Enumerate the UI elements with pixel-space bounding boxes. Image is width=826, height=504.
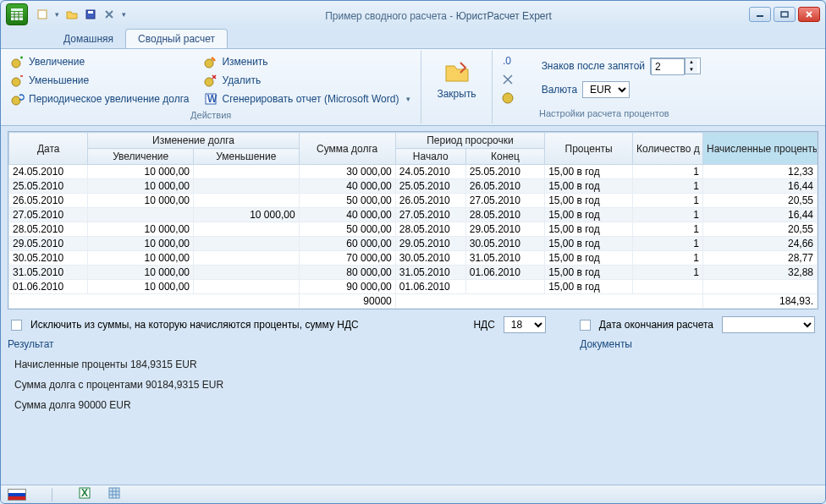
cell[interactable]: 27.05.2010 (395, 208, 465, 222)
col-interest[interactable]: Проценты (545, 133, 633, 165)
cell[interactable]: 16,44 (703, 208, 818, 222)
cell[interactable]: 15,00 в год (545, 222, 633, 237)
cell[interactable] (193, 179, 299, 194)
table-row[interactable]: 26.05.201010 000,0050 000,0026.05.201027… (9, 194, 818, 208)
spin-down-icon[interactable]: ▼ (686, 66, 697, 74)
cell[interactable] (193, 194, 299, 208)
close-doc-button[interactable]: Закрыть (430, 54, 482, 103)
cell[interactable] (465, 280, 544, 294)
cell[interactable]: 10 000,00 (88, 179, 194, 194)
cell[interactable]: 15,00 в год (545, 266, 633, 280)
cell[interactable]: 10 000,00 (88, 165, 194, 179)
flag-russia-icon[interactable] (8, 489, 26, 501)
cell[interactable]: 26.05.2010 (9, 194, 88, 208)
maximize-button[interactable] (774, 7, 796, 22)
end-date-checkbox[interactable] (580, 320, 591, 331)
increase-button[interactable]: Увеличение (9, 54, 190, 69)
cell[interactable]: 28.05.2010 (465, 208, 544, 222)
col-increase[interactable]: Увеличение (88, 149, 194, 165)
delete-button[interactable]: Удалить (202, 73, 412, 88)
cell[interactable]: 15,00 в год (545, 237, 633, 251)
excel-icon[interactable]: X (78, 486, 91, 502)
col-days[interactable]: Количество д (632, 133, 702, 165)
cell[interactable]: 1 (632, 222, 702, 237)
cell[interactable]: 15,00 в год (545, 280, 633, 294)
app-icon[interactable] (6, 3, 28, 25)
end-date-select[interactable] (722, 316, 815, 333)
cell[interactable]: 10 000,00 (88, 237, 194, 251)
cell[interactable]: 26.05.2010 (395, 194, 465, 208)
cell[interactable] (193, 280, 299, 294)
cell[interactable]: 27.05.2010 (9, 208, 88, 222)
qat-dropdown2-icon[interactable]: ▾ (120, 10, 128, 19)
decimals-input[interactable] (651, 58, 685, 75)
decimals-spinner[interactable]: ▲▼ (650, 58, 701, 74)
decrease-button[interactable]: Уменьшение (9, 73, 190, 88)
cell[interactable]: 01.06.2010 (465, 266, 544, 280)
cell[interactable]: 27.05.2010 (465, 194, 544, 208)
table-row[interactable]: 01.06.201010 000,0090 000,0001.06.201015… (9, 280, 818, 294)
cell[interactable]: 10 000,00 (88, 280, 194, 294)
cell[interactable]: 50 000,00 (299, 222, 395, 237)
cell[interactable]: 26.05.2010 (465, 179, 544, 194)
cell[interactable]: 1 (632, 251, 702, 266)
vat-select[interactable]: 18 (504, 316, 546, 333)
cell[interactable]: 10 000,00 (88, 222, 194, 237)
table-row[interactable]: 28.05.201010 000,0050 000,0028.05.201029… (9, 222, 818, 237)
data-grid[interactable]: Дата Изменение долга Сумма долга Период … (8, 131, 818, 310)
currency-select[interactable]: EUR (582, 81, 630, 98)
cell[interactable]: 90 000,00 (299, 280, 395, 294)
cell[interactable]: 15,00 в год (545, 194, 633, 208)
minimize-button[interactable] (749, 7, 771, 22)
cell[interactable]: 10 000,00 (88, 266, 194, 280)
cell[interactable]: 31.05.2010 (465, 251, 544, 266)
cell[interactable]: 28.05.2010 (9, 222, 88, 237)
grid-icon[interactable] (108, 487, 120, 501)
cell[interactable]: 31.05.2010 (395, 266, 465, 280)
cell[interactable]: 80 000,00 (299, 266, 395, 280)
col-accrued[interactable]: Начисленные проценты (703, 133, 818, 165)
cell[interactable]: 24,66 (703, 237, 818, 251)
cell[interactable]: 20,55 (703, 222, 818, 237)
table-row[interactable]: 24.05.201010 000,0030 000,0024.05.201025… (9, 165, 818, 179)
generate-report-button[interactable]: WСгенерировать отчет (Microsoft Word)▾ (202, 91, 412, 107)
col-date[interactable]: Дата (9, 133, 88, 165)
tools-icon[interactable] (102, 7, 117, 22)
cell[interactable]: 01.06.2010 (395, 280, 465, 294)
cell[interactable]: 50 000,00 (299, 194, 395, 208)
cell[interactable]: 1 (632, 237, 702, 251)
col-end[interactable]: Конец (465, 149, 544, 165)
cell[interactable]: 30.05.2010 (9, 251, 88, 266)
cell[interactable]: 1 (632, 179, 702, 194)
cell[interactable] (193, 237, 299, 251)
cell[interactable]: 10 000,00 (88, 194, 194, 208)
col-start[interactable]: Начало (395, 149, 465, 165)
table-row[interactable]: 29.05.201010 000,0060 000,0029.05.201030… (9, 237, 818, 251)
cell[interactable] (88, 208, 194, 222)
cell[interactable] (193, 251, 299, 266)
save-icon[interactable] (83, 7, 98, 22)
qat-dropdown-icon[interactable]: ▾ (53, 10, 61, 19)
cell[interactable]: 01.06.2010 (9, 280, 88, 294)
cell[interactable]: 30.05.2010 (395, 251, 465, 266)
cell[interactable]: 28,77 (703, 251, 818, 266)
cell[interactable]: 24.05.2010 (9, 165, 88, 179)
close-button[interactable] (798, 7, 820, 22)
cell[interactable]: 25.05.2010 (395, 179, 465, 194)
cell[interactable]: 24.05.2010 (395, 165, 465, 179)
table-row[interactable]: 25.05.201010 000,0040 000,0025.05.201026… (9, 179, 818, 194)
tab-summary[interactable]: Сводный расчет (125, 29, 228, 48)
tab-home[interactable]: Домашняя (52, 30, 125, 48)
cell[interactable]: 1 (632, 266, 702, 280)
exclude-vat-checkbox[interactable] (11, 320, 22, 331)
folder-open-icon[interactable] (64, 7, 80, 22)
cell[interactable]: 15,00 в год (545, 165, 633, 179)
table-row[interactable]: 27.05.201010 000,0040 000,0027.05.201028… (9, 208, 818, 222)
cell[interactable]: 40 000,00 (299, 179, 395, 194)
cell[interactable]: 29.05.2010 (9, 237, 88, 251)
new-icon[interactable] (35, 7, 50, 22)
cell[interactable] (632, 280, 702, 294)
cell[interactable]: 15,00 в год (545, 251, 633, 266)
cell[interactable]: 1 (632, 208, 702, 222)
col-debt-change[interactable]: Изменение долга (88, 133, 299, 149)
